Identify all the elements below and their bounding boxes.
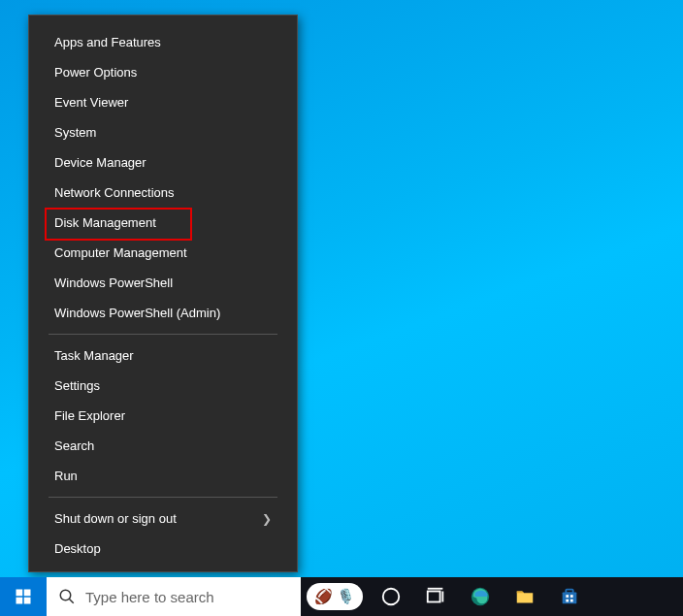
windows-logo-icon (15, 588, 32, 605)
folder-icon (514, 586, 536, 607)
taskbar-app-file-explorer[interactable] (503, 577, 547, 616)
menu-item-network-connections[interactable]: Network Connections (29, 178, 297, 208)
menu-item-label: Settings (54, 378, 100, 393)
search-highlights-pill[interactable]: 🏈 🎙️ (305, 577, 363, 616)
menu-item-label: Shut down or sign out (54, 511, 177, 526)
circle-icon (380, 586, 402, 607)
menu-item-label: Windows PowerShell (Admin) (54, 306, 220, 320)
menu-item-label: System (54, 125, 96, 140)
svg-rect-0 (16, 590, 23, 597)
menu-item-label: Run (54, 469, 78, 483)
start-button[interactable] (0, 577, 47, 616)
store-icon (559, 586, 580, 607)
menu-item-disk-management-highlighted: Disk Management (29, 208, 297, 238)
menu-item-task-manager[interactable]: Task Manager (29, 340, 297, 371)
svg-rect-7 (428, 592, 440, 602)
search-icon (58, 588, 76, 605)
menu-item-label: Device Manager (54, 155, 146, 170)
svg-rect-3 (24, 598, 31, 604)
microphone-icon: 🎙️ (337, 588, 355, 605)
svg-rect-16 (570, 600, 573, 602)
menu-item-label: Network Connections (54, 185, 175, 200)
svg-rect-15 (566, 600, 569, 602)
winx-context-menu: Apps and Features Power Options Event Vi… (28, 15, 298, 572)
menu-item-label: Apps and Features (54, 35, 161, 49)
task-view-button[interactable] (413, 577, 458, 616)
search-input[interactable] (85, 589, 289, 605)
menu-item-label: Disk Management (54, 215, 156, 230)
edge-icon (470, 586, 491, 607)
menu-item-power-options[interactable]: Power Options (29, 57, 297, 87)
menu-item-event-viewer[interactable]: Event Viewer (29, 87, 297, 117)
football-icon: 🏈 (314, 588, 333, 605)
cortana-button[interactable] (369, 577, 413, 616)
menu-item-desktop[interactable]: Desktop (29, 534, 297, 564)
taskbar-search-box[interactable] (47, 577, 301, 616)
taskbar-app-microsoft-store[interactable] (547, 577, 592, 616)
menu-item-label: Computer Management (54, 245, 187, 260)
svg-line-5 (69, 599, 74, 603)
menu-item-windows-powershell[interactable]: Windows PowerShell (29, 268, 297, 298)
menu-item-label: Search (54, 438, 94, 453)
svg-rect-13 (566, 595, 569, 598)
menu-item-system[interactable]: System (29, 117, 297, 147)
menu-item-run[interactable]: Run (29, 461, 297, 491)
taskbar-app-edge[interactable] (458, 577, 503, 616)
menu-separator (49, 334, 277, 335)
menu-item-computer-management[interactable]: Computer Management (29, 238, 297, 268)
menu-item-label: Power Options (54, 65, 137, 80)
chevron-right-icon: ❯ (262, 512, 272, 526)
menu-item-file-explorer[interactable]: File Explorer (29, 401, 297, 431)
menu-item-label: Windows PowerShell (54, 276, 173, 290)
menu-item-label: File Explorer (54, 408, 125, 423)
svg-point-6 (383, 589, 400, 605)
menu-item-windows-powershell-admin[interactable]: Windows PowerShell (Admin) (29, 298, 297, 328)
menu-item-device-manager[interactable]: Device Manager (29, 147, 297, 178)
menu-item-settings[interactable]: Settings (29, 371, 297, 401)
taskbar: 🏈 🎙️ (0, 577, 683, 616)
menu-item-shut-down-or-sign-out[interactable]: Shut down or sign out ❯ (29, 503, 297, 534)
menu-item-label: Event Viewer (54, 95, 128, 110)
svg-rect-2 (16, 598, 23, 604)
menu-item-disk-management[interactable]: Disk Management (29, 208, 297, 238)
task-view-icon (425, 586, 446, 607)
menu-item-search[interactable]: Search (29, 431, 297, 461)
svg-rect-14 (570, 595, 573, 598)
menu-item-label: Task Manager (54, 348, 134, 363)
menu-item-apps-and-features[interactable]: Apps and Features (29, 27, 297, 57)
svg-rect-12 (566, 590, 572, 594)
menu-item-label: Desktop (54, 541, 101, 556)
menu-separator (49, 497, 277, 498)
svg-rect-1 (24, 590, 31, 597)
desktop-background: Apps and Features Power Options Event Vi… (0, 0, 683, 616)
taskbar-pinned-icons (369, 577, 592, 616)
svg-point-4 (60, 590, 71, 600)
